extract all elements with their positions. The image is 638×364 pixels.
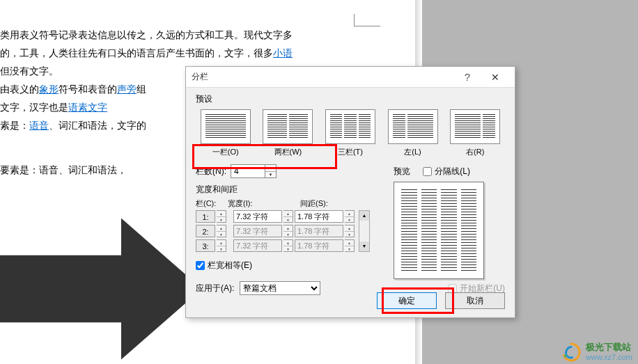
- preset-left[interactable]: 左(L): [383, 109, 443, 157]
- spacing-spinner: ▲▼: [345, 225, 355, 237]
- ok-button[interactable]: 确定: [377, 292, 437, 309]
- close-button[interactable]: ✕: [481, 72, 509, 83]
- width-input: [233, 225, 282, 237]
- width-spinner: ▲▼: [283, 239, 293, 252]
- cursor-mark: [354, 14, 380, 26]
- doc-link[interactable]: 小语: [273, 47, 293, 58]
- width-input[interactable]: [233, 210, 282, 223]
- doc-line: 素是：: [0, 120, 29, 131]
- preset-caption: 一栏(O): [196, 147, 256, 157]
- spacing-input: [295, 225, 343, 237]
- dialog-titlebar[interactable]: 分栏 ? ✕: [186, 67, 515, 88]
- doc-line: 文字，汉字也是: [0, 102, 68, 113]
- doc-line: 符号和表音的: [59, 84, 117, 95]
- equal-width-checkbox[interactable]: 栏宽相等(E): [196, 260, 377, 271]
- watermark-url: www.xz7.com: [586, 352, 632, 362]
- big-arrow-icon: [0, 216, 202, 362]
- col-idx-spinner[interactable]: ▲▼: [217, 210, 226, 223]
- col-idx-spinner[interactable]: ▲▼: [217, 239, 226, 252]
- preset-caption: 两栏(W): [258, 147, 318, 157]
- preset-three[interactable]: 三栏(T): [320, 109, 380, 157]
- col-idx: 3:: [196, 239, 215, 252]
- preset-caption: 三栏(T): [320, 147, 380, 157]
- watermark-logo-icon: [561, 342, 582, 363]
- col-header: 栏(C):: [196, 198, 226, 209]
- doc-link[interactable]: 声旁: [117, 84, 137, 95]
- preset-caption: 右(R): [445, 147, 505, 157]
- svg-marker-0: [0, 219, 202, 360]
- width-header: 宽度(I):: [228, 198, 299, 209]
- help-button[interactable]: ?: [453, 71, 481, 83]
- spacing-spinner: ▲▼: [345, 239, 355, 252]
- dialog-title: 分栏: [192, 71, 453, 83]
- width-spinner: ▲▼: [283, 225, 293, 237]
- col-idx: 2:: [196, 225, 215, 237]
- doc-line: 但没有文字。: [0, 65, 59, 77]
- doc-link[interactable]: 语素文字: [68, 102, 107, 113]
- columns-count-label: 栏数(N):: [196, 166, 226, 177]
- watermark-name: 极光下载站: [586, 342, 632, 352]
- columns-count-spinner[interactable]: ▲▼: [265, 164, 277, 178]
- doc-line: 要素是：语音、词汇和语法，: [0, 164, 127, 175]
- apply-to-select[interactable]: 整篇文档: [240, 281, 320, 295]
- doc-link[interactable]: 语音: [29, 120, 49, 131]
- cancel-button[interactable]: 取消: [445, 292, 505, 309]
- preset-one[interactable]: 一栏(O): [196, 109, 256, 157]
- preset-right[interactable]: 右(R): [445, 109, 505, 157]
- rows-scrollbar[interactable]: ▲▼: [359, 210, 370, 252]
- preset-row: 一栏(O) 两栏(W) 三栏(T) 左(L) 右(R): [196, 109, 505, 157]
- preset-label: 预设: [196, 93, 505, 105]
- doc-link[interactable]: 象形: [39, 84, 59, 95]
- watermark: 极光下载站 www.xz7.com: [561, 342, 632, 363]
- preset-caption: 左(L): [383, 147, 443, 157]
- doc-line: 、词汇和语法，文字的: [49, 120, 146, 131]
- equal-width-label: 栏宽相等(E): [208, 260, 252, 271]
- width-input: [233, 239, 282, 252]
- apply-to-label: 应用于(A):: [196, 283, 234, 294]
- spacing-input: [295, 239, 343, 252]
- spacing-input[interactable]: [295, 210, 343, 223]
- doc-line: 的，工具，人类往往先有口头的语言后产生书面的，文字，很多: [0, 47, 273, 58]
- doc-line: 由表义的: [0, 84, 39, 95]
- preview-label: 预览: [394, 166, 497, 177]
- doc-line: 类用表义符号记录表达信息以传之，久远的方式和工具。现代文字多: [0, 29, 293, 40]
- col-idx-spinner[interactable]: ▲▼: [217, 225, 226, 237]
- spacing-header: 间距(S):: [300, 198, 363, 209]
- spacing-spinner[interactable]: ▲▼: [345, 210, 355, 223]
- columns-count-input[interactable]: [231, 164, 265, 178]
- preset-two[interactable]: 两栏(W): [258, 109, 318, 157]
- preview-sheet: [394, 182, 484, 279]
- doc-line: 组: [137, 84, 146, 95]
- width-spinner[interactable]: ▲▼: [283, 210, 293, 223]
- col-idx: 1:: [196, 210, 215, 223]
- columns-dialog: 分栏 ? ✕ 预设 一栏(O) 两栏(W) 三栏(T) 左(L): [185, 66, 515, 318]
